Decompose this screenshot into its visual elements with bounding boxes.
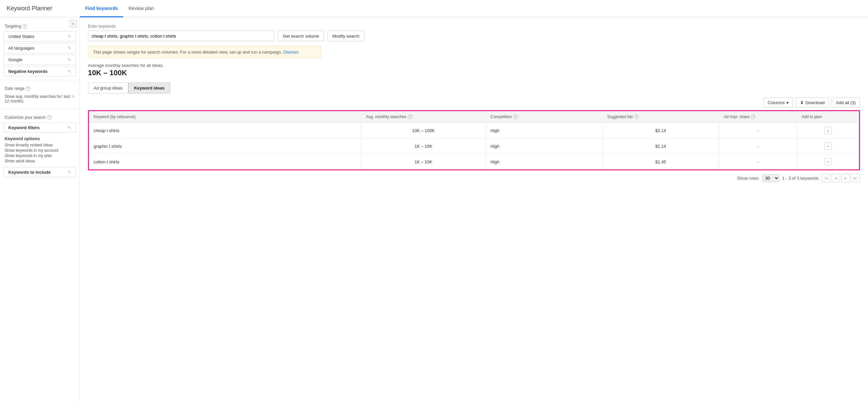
col-header-avg-monthly: Avg. monthly searches ? — [361, 111, 486, 123]
table-row: cheap t shirts 10K – 100K High $2.14 – » — [89, 123, 859, 138]
download-label: Download — [805, 100, 825, 105]
keywords-to-include-edit-icon: ✎ — [68, 170, 71, 175]
notice-dismiss-link[interactable]: Dismiss — [283, 49, 299, 55]
customize-title: Customize your search ? — [0, 112, 80, 121]
pagination-range: 1 - 3 of 3 keywords — [782, 176, 819, 181]
network-edit-icon: ✎ — [68, 57, 71, 62]
table-row: graphic t shirts 1K – 10K High $1.14 – » — [89, 138, 859, 154]
cell-competition-1: High — [486, 138, 602, 154]
cell-add-2: » — [797, 154, 859, 170]
cell-avg-2: 1K – 10K — [361, 154, 486, 170]
pagination-row: Show rows: 30 50 100 1 - 3 of 3 keywords… — [88, 170, 860, 184]
page-first-button[interactable]: |◀ — [822, 174, 830, 182]
sidebar-collapse-button[interactable]: « — [70, 20, 77, 27]
cell-share-2: – — [719, 154, 797, 170]
cell-add-0: » — [797, 123, 859, 138]
search-row: Get search volume Modify search — [88, 31, 860, 41]
col-header-add-to-plan: Add to plan — [797, 111, 859, 123]
col-header-competition: Competition ? — [486, 111, 602, 123]
customize-section: Customize your search ? Keyword filters … — [0, 112, 80, 177]
table-row: cotton t shirts 1K – 10K High $1.45 – » — [89, 154, 859, 170]
cell-keyword-2: cotton t shirts — [89, 154, 361, 170]
sidebar-item-negative-keywords[interactable]: Negative keywords ✎ — [3, 66, 76, 76]
suggested-bid-help-icon[interactable]: ? — [634, 114, 639, 119]
targeting-title: Targeting ? — [0, 21, 80, 30]
tab-ad-group-ideas[interactable]: Ad group ideas — [88, 82, 128, 94]
sidebar-item-location[interactable]: United States ✎ — [3, 31, 76, 42]
keyword-option-in-plan: Show keywords in my plan — [5, 153, 75, 158]
tab-review-plan[interactable]: Review plan — [123, 0, 159, 17]
download-button[interactable]: ⬇ Download — [796, 98, 829, 107]
add-to-plan-button-1[interactable]: » — [825, 142, 832, 150]
keyword-filters-edit-icon: ✎ — [68, 125, 71, 130]
date-range-value: Show avg. monthly searches for: last 12 … — [5, 94, 71, 103]
cell-bid-2: $1.45 — [602, 154, 719, 170]
keywords-input[interactable] — [88, 31, 275, 41]
sidebar-item-network[interactable]: Google ✎ — [3, 55, 76, 65]
main-content: Enter keywords Get search volume Modify … — [80, 17, 868, 402]
date-range-edit-icon: ✎ — [71, 94, 75, 99]
pagination-nav: |◀ ◀ ▶ ▶| — [822, 174, 860, 182]
show-rows-label: Show rows: — [737, 176, 760, 181]
table-toolbar: Columns ▾ ⬇ Download Add all (3) — [88, 94, 860, 110]
avg-monthly-help-icon[interactable]: ? — [408, 114, 412, 119]
ideas-tabs: Ad group ideas Keyword ideas — [88, 82, 860, 94]
negative-keywords-edit-icon: ✎ — [68, 69, 71, 74]
stats-label: Average monthly searches for all ideas. — [88, 63, 860, 68]
cell-add-1: » — [797, 138, 859, 154]
competition-help-icon[interactable]: ? — [513, 114, 518, 119]
customize-help-icon[interactable]: ? — [47, 115, 52, 120]
columns-label: Columns — [768, 100, 785, 105]
cell-avg-0: 10K – 100K — [361, 123, 486, 138]
modify-search-button[interactable]: Modify search — [328, 31, 364, 41]
sidebar: « Targeting ? United States ✎ All langua… — [0, 17, 80, 402]
rows-per-page-select[interactable]: 30 50 100 — [762, 174, 779, 182]
cell-competition-0: High — [486, 123, 602, 138]
cell-share-0: – — [719, 123, 797, 138]
ad-impr-share-help-icon[interactable]: ? — [751, 114, 755, 119]
cell-bid-1: $1.14 — [602, 138, 719, 154]
date-range-section: Date range ? Show avg. monthly searches … — [0, 83, 80, 105]
keyword-option-broadly-related: Show broadly related ideas — [5, 142, 75, 148]
table-header-row: Keyword (by relevance) Avg. monthly sear… — [89, 111, 859, 123]
get-search-volume-button[interactable]: Get search volume — [278, 31, 324, 41]
cell-avg-1: 1K – 10K — [361, 138, 486, 154]
sidebar-item-language[interactable]: All languages ✎ — [3, 43, 76, 53]
enter-keywords-label: Enter keywords — [88, 24, 860, 29]
col-header-suggested-bid: Suggested bid ? — [602, 111, 719, 123]
cell-share-1: – — [719, 138, 797, 154]
stats-value: 10K – 100K — [88, 69, 860, 77]
sidebar-item-keywords-to-include[interactable]: Keywords to include ✎ — [3, 167, 76, 177]
date-range-help-icon[interactable]: ? — [26, 86, 30, 91]
app-title: Keyword Planner — [7, 5, 67, 12]
keywords-table: Keyword (by relevance) Avg. monthly sear… — [89, 111, 859, 169]
page-next-button[interactable]: ▶ — [841, 174, 850, 182]
table-body: cheap t shirts 10K – 100K High $2.14 – »… — [89, 123, 859, 170]
columns-chevron-icon: ▾ — [786, 100, 789, 105]
download-icon: ⬇ — [800, 100, 804, 105]
cell-competition-2: High — [486, 154, 602, 170]
notice-banner: This page shows ranges for search volume… — [88, 46, 321, 58]
keyword-options-title: Keyword options — [5, 136, 75, 141]
add-to-plan-button-0[interactable]: » — [825, 127, 832, 134]
tab-keyword-ideas[interactable]: Keyword ideas — [128, 82, 170, 94]
page-prev-button[interactable]: ◀ — [831, 174, 840, 182]
sidebar-item-keyword-filters[interactable]: Keyword filters ✎ — [3, 123, 76, 133]
columns-button[interactable]: Columns ▾ — [764, 98, 793, 107]
add-to-plan-button-2[interactable]: » — [825, 158, 832, 165]
add-all-button[interactable]: Add all (3) — [832, 98, 860, 107]
cell-keyword-0: cheap t shirts — [89, 123, 361, 138]
keyword-option-adult: Show adult ideas — [5, 158, 75, 164]
main-nav: Find keywords Review plan — [80, 0, 159, 17]
location-edit-icon: ✎ — [68, 34, 71, 39]
col-header-keyword: Keyword (by relevance) — [89, 111, 361, 123]
date-range-value-wrap[interactable]: Show avg. monthly searches for: last 12 … — [0, 92, 80, 105]
targeting-help-icon[interactable]: ? — [22, 24, 27, 29]
keyword-option-in-account: Show keywords in my account — [5, 148, 75, 153]
tab-find-keywords[interactable]: Find keywords — [80, 0, 123, 17]
col-header-ad-impr-share: Ad impr. share ? — [719, 111, 797, 123]
date-range-title: Date range ? — [0, 83, 80, 92]
page-last-button[interactable]: ▶| — [851, 174, 860, 182]
notice-text: This page shows ranges for search volume… — [93, 49, 282, 55]
targeting-section: Targeting ? United States ✎ All language… — [0, 21, 80, 76]
